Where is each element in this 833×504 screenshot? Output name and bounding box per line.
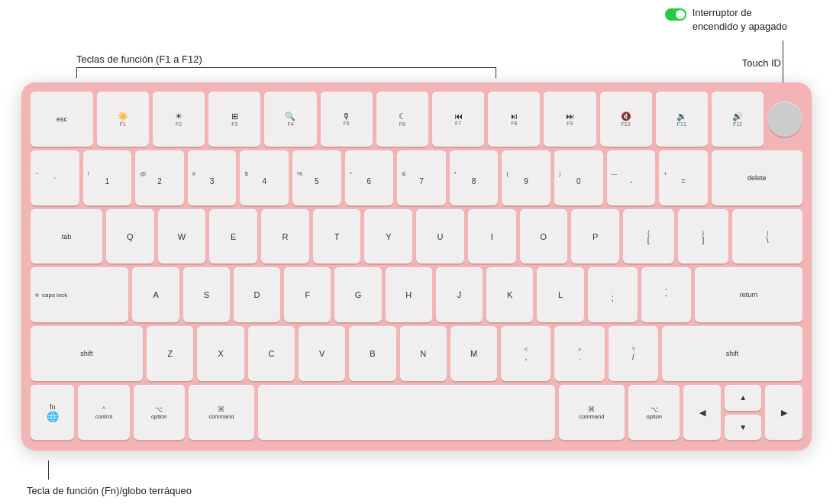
key-b[interactable]: B [349, 326, 396, 381]
key-v[interactable]: V [299, 326, 345, 381]
key-2[interactable]: @ 2 [135, 150, 184, 205]
key-8[interactable]: * 8 [450, 150, 499, 205]
key-lbracket[interactable]: { [ [623, 209, 674, 264]
power-toggle-annotation: Interruptor deencendido y apagado [665, 6, 787, 34]
key-g[interactable]: G [334, 267, 381, 322]
key-k[interactable]: K [486, 267, 533, 322]
key-t[interactable]: T [313, 209, 361, 264]
key-minus[interactable]: — - [607, 150, 656, 205]
keyboard: esc ☀️F1 ☀F2 ⊞F3 🔍F4 🎙F5 ☾F6 [21, 82, 812, 451]
key-esc[interactable]: esc [31, 92, 93, 147]
key-i[interactable]: I [468, 209, 516, 264]
key-o[interactable]: O [520, 209, 568, 264]
key-q[interactable]: Q [106, 209, 154, 264]
key-arrow-up[interactable]: ▲ [725, 385, 762, 410]
key-z[interactable]: Z [147, 326, 193, 381]
power-label: Interruptor deencendido y apagado [693, 6, 787, 34]
key-f5[interactable]: 🎙F5 [321, 92, 373, 147]
key-j[interactable]: J [436, 267, 483, 322]
key-shift-right[interactable]: shift [662, 326, 802, 381]
key-arrow-right[interactable]: ▶ [765, 385, 802, 440]
key-slash[interactable]: ? / [609, 326, 658, 381]
key-3[interactable]: # 3 [188, 150, 237, 205]
key-f12[interactable]: 🔊F12 [712, 92, 764, 147]
key-equals[interactable]: + = [659, 150, 708, 205]
key-f1[interactable]: ☀️F1 [97, 92, 149, 147]
key-f3[interactable]: ⊞F3 [208, 92, 260, 147]
key-option-left[interactable]: ⌥ option [134, 385, 185, 440]
key-rbracket[interactable]: } ] [678, 209, 729, 264]
key-control[interactable]: ^ control [78, 385, 129, 440]
fn-globe-annotation: Tecla de función (Fn)/globo terráqueo [27, 485, 192, 496]
key-c[interactable]: C [248, 326, 295, 381]
key-y[interactable]: Y [364, 209, 412, 264]
key-f2[interactable]: ☀F2 [153, 92, 205, 147]
key-7[interactable]: & 7 [397, 150, 446, 205]
key-n[interactable]: N [400, 326, 447, 381]
key-e[interactable]: E [209, 209, 257, 264]
key-arrow-down[interactable]: ▼ [725, 415, 762, 440]
key-d[interactable]: D [234, 267, 280, 322]
key-semicolon[interactable]: : ; [588, 267, 638, 322]
key-f4[interactable]: 🔍F4 [264, 92, 316, 147]
key-fn-globe[interactable]: fn 🌐 [31, 385, 74, 440]
key-f11[interactable]: 🔉F11 [656, 92, 708, 147]
fn-globe-label: Tecla de función (Fn)/globo terráqueo [27, 485, 192, 496]
key-backslash[interactable]: | \ [732, 209, 802, 264]
caps-row: caps lock A S D F G H J K L : ; " ' [31, 267, 802, 322]
key-period[interactable]: > . [554, 326, 604, 381]
key-r[interactable]: R [261, 209, 309, 264]
key-return[interactable]: return [695, 267, 802, 322]
key-delete[interactable]: delete [712, 150, 802, 205]
key-touch-id[interactable] [767, 102, 802, 137]
key-h[interactable]: H [386, 267, 432, 322]
key-u[interactable]: U [416, 209, 464, 264]
function-keys-annotation: Teclas de función (F1 a F12) [76, 52, 202, 66]
key-0[interactable]: ) 0 [554, 150, 603, 205]
key-w[interactable]: W [158, 209, 206, 264]
key-9[interactable]: ( 9 [502, 150, 550, 205]
key-comma[interactable]: < , [501, 326, 550, 381]
key-s[interactable]: S [183, 267, 230, 322]
key-arrow-left[interactable]: ◀ [683, 385, 721, 440]
touch-id-annotation: Touch ID [742, 56, 781, 69]
key-m[interactable]: M [450, 326, 497, 381]
power-toggle-icon [665, 8, 686, 21]
key-tab[interactable]: tab [31, 209, 102, 264]
key-option-right[interactable]: ⌥ option [628, 385, 680, 440]
shift-row: shift Z X C V B N M < , > . ? / [31, 326, 802, 381]
key-l[interactable]: L [537, 267, 583, 322]
key-f10[interactable]: 🔇F10 [600, 92, 652, 147]
key-shift-left[interactable]: shift [31, 326, 143, 381]
arrow-up-down-cluster: ▲ ▼ [725, 385, 762, 440]
qwerty-row: tab Q W E R T Y U I O P { [ } ] [31, 209, 802, 264]
key-6[interactable]: ^ 6 [345, 150, 394, 205]
key-x[interactable]: X [197, 326, 244, 381]
key-backtick[interactable]: ~ ` [31, 150, 79, 205]
bottom-row: fn 🌐 ^ control ⌥ option ⌘ command ⌘ [31, 385, 802, 440]
key-command-left[interactable]: ⌘ command [189, 385, 255, 440]
key-command-right[interactable]: ⌘ command [559, 385, 625, 440]
key-5[interactable]: % 5 [292, 150, 341, 205]
key-f8[interactable]: ⏯F8 [488, 92, 540, 147]
touch-id-label: Touch ID [742, 57, 781, 69]
key-f[interactable]: F [284, 267, 331, 322]
key-f7[interactable]: ⏮F7 [432, 92, 484, 147]
number-row: ~ ` ! 1 @ 2 # 3 $ 4 [31, 150, 802, 205]
capslock-dot [35, 293, 39, 297]
key-4[interactable]: $ 4 [240, 150, 289, 205]
key-spacebar[interactable] [258, 385, 554, 440]
key-f6[interactable]: ☾F6 [376, 92, 428, 147]
key-f9[interactable]: ⏭F9 [544, 92, 596, 147]
key-capslock[interactable]: caps lock [31, 267, 128, 322]
key-a[interactable]: A [132, 267, 179, 322]
function-keys-label: Teclas de función (F1 a F12) [76, 53, 202, 65]
key-quote[interactable]: " ' [641, 267, 691, 322]
fn-key-row: esc ☀️F1 ☀F2 ⊞F3 🔍F4 🎙F5 ☾F6 [31, 92, 802, 147]
key-p[interactable]: P [571, 209, 619, 264]
key-1[interactable]: ! 1 [83, 150, 132, 205]
